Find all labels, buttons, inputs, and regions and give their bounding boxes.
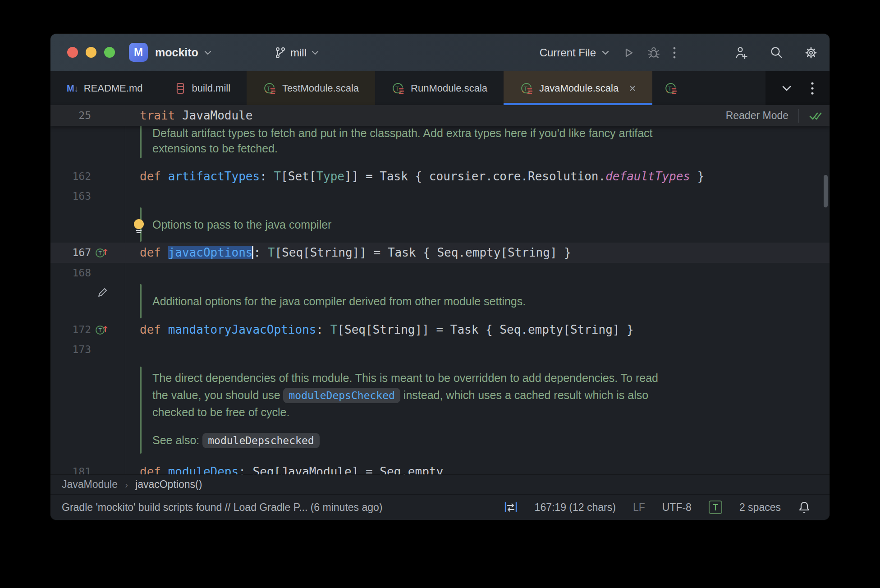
breadcrumb-item[interactable]: javacOptions() (135, 478, 202, 491)
doc-comment-line[interactable]: checked to be free of cycle. (50, 404, 830, 421)
run-button[interactable] (622, 46, 635, 59)
trait-override-gutter-icon[interactable]: T (95, 246, 108, 259)
doc-comment-line[interactable]: The direct dependencies of this module. … (50, 369, 830, 386)
notifications-bell-icon[interactable] (798, 501, 811, 514)
caret-position[interactable]: 167:19 (12 chars) (535, 501, 616, 514)
breadcrumb-item[interactable]: JavaModule (62, 478, 118, 491)
line-number: 163 (50, 186, 91, 207)
code-line-168[interactable]: 168 (50, 263, 830, 283)
scala-trait-file-icon: T (520, 82, 533, 95)
hidden-tabs-chevron-button[interactable] (781, 85, 793, 92)
tab-label: JavaModule.scala (539, 83, 619, 94)
ide-window: M mockito mill Current File M↓REA (50, 34, 830, 520)
doc-comment-line[interactable]: See also: moduleDepschecked (50, 432, 830, 449)
editor-tab-overflow[interactable]: T (652, 71, 678, 105)
line-number: 168 (50, 263, 91, 283)
line-number: 172 (50, 320, 91, 340)
doc-comment-line[interactable]: extensions to be fetched. (50, 140, 830, 157)
run-configuration-selector[interactable]: Current File (540, 46, 610, 59)
inline-code-chip: moduleDepschecked (202, 433, 319, 448)
inline-code-chip: moduleDepsChecked (283, 388, 400, 403)
tab-label: RunModule.scala (411, 83, 487, 94)
vcs-branch-selector[interactable]: mill (275, 34, 319, 71)
code-editor[interactable]: Default artifact types to fetch and put … (50, 126, 830, 474)
doc-comment-line[interactable]: Additional options for the java compiler… (50, 293, 830, 310)
status-message[interactable]: Gradle 'mockito' build scripts found // … (62, 501, 383, 514)
doc-text: Additional options for the java compiler… (152, 293, 526, 310)
code-line-162[interactable]: 162def artifactTypes: T[Set[Type]] = Tas… (50, 166, 830, 187)
editor-scrollbar[interactable] (824, 175, 828, 207)
git-branch-icon (275, 47, 286, 59)
editor-tab-build-mill[interactable]: build.mill (159, 71, 247, 105)
editor-tab-readme-md[interactable]: M↓README.md (50, 71, 159, 105)
svg-text:T: T (395, 85, 399, 92)
svg-text:T: T (668, 85, 672, 92)
encoding-indicator[interactable]: UTF-8 (662, 501, 692, 514)
doc-text: checked to be free of cycle. (152, 404, 289, 421)
svg-text:T: T (98, 327, 101, 334)
inspections-ok-icon[interactable] (809, 110, 822, 121)
line-number: 181 (50, 462, 91, 475)
project-name: mockito (155, 46, 198, 59)
more-actions-button[interactable] (673, 46, 676, 60)
scope-badge[interactable]: T (709, 501, 722, 514)
edit-comment-pencil-icon[interactable] (96, 286, 109, 299)
doc-text: Options to pass to the java compiler (152, 216, 331, 233)
editor-tab-bar: M↓README.mdbuild.millTTestModule.scalaTR… (50, 71, 830, 105)
svg-text:T: T (98, 250, 101, 257)
code-text: def javacOptions: T[Seq[String]] = Task … (140, 243, 571, 263)
code-text: def artifactTypes: T[Set[Type]] = Task {… (140, 166, 704, 187)
code-line-173[interactable]: 173 (50, 340, 830, 360)
editor-tab-testmodule-scala[interactable]: TTestModule.scala (247, 71, 375, 105)
search-everywhere-button[interactable] (769, 46, 784, 60)
editor-tab-javamodule-scala[interactable]: TJavaModule.scala (504, 71, 652, 105)
reader-mode-label[interactable]: Reader Mode (726, 110, 788, 122)
doc-comment-line[interactable]: the value, you should use moduleDepsChec… (50, 386, 830, 404)
chevron-down-icon (601, 50, 610, 55)
code-line-163[interactable]: 163 (50, 186, 830, 207)
tab-label: TestModule.scala (282, 83, 359, 94)
close-window-button[interactable] (67, 47, 78, 58)
doc-text: extensions to be fetched. (152, 140, 278, 157)
sticky-line-number: 25 (50, 105, 91, 126)
indent-indicator[interactable]: 2 spaces (739, 501, 781, 514)
line-separator-indicator[interactable]: LF (633, 501, 645, 514)
code-line-167[interactable]: 167Tdef javacOptions: T[Seq[String]] = T… (50, 243, 830, 263)
scala-trait-file-icon: T (664, 82, 678, 95)
breadcrumb-separator: › (125, 479, 128, 490)
branch-name: mill (290, 46, 307, 59)
project-icon[interactable]: M (129, 43, 148, 62)
run-config-label: Current File (540, 46, 596, 59)
tab-label: build.mill (192, 83, 230, 94)
markdown-file-icon: M↓ (67, 83, 78, 94)
doc-comment-line[interactable]: Default artifact types to fetch and put … (50, 126, 830, 142)
doc-text: The direct dependencies of this module. … (152, 369, 658, 386)
trait-override-gutter-icon[interactable]: T (95, 323, 108, 336)
doc-text: the value, you should use moduleDepsChec… (152, 386, 648, 404)
close-tab-icon[interactable] (629, 85, 636, 92)
project-selector[interactable]: mockito (155, 34, 212, 71)
settings-button[interactable] (804, 46, 818, 60)
zoom-window-button[interactable] (104, 47, 115, 58)
sticky-declaration-line[interactable]: 25 trait JavaModule Reader Mode (50, 105, 830, 126)
code-line-181[interactable]: 181def moduleDeps: Seq[JavaModule] = Seq… (50, 462, 830, 475)
minimize-window-button[interactable] (86, 47, 96, 58)
code-with-me-button[interactable] (734, 46, 749, 60)
editor-tab-runmodule-scala[interactable]: TRunModule.scala (375, 71, 504, 105)
divider (798, 109, 799, 123)
title-bar: M mockito mill Current File (50, 34, 830, 71)
code-vision-toggle-icon[interactable] (504, 501, 518, 514)
code-line-172[interactable]: 172Tdef mandatoryJavacOptions: T[Seq[Str… (50, 320, 830, 340)
doc-comment-line[interactable]: Options to pass to the java compiler (50, 216, 830, 233)
status-bar: Gradle 'mockito' build scripts found // … (50, 494, 830, 520)
chevron-down-icon (311, 50, 319, 55)
tab-options-button[interactable] (811, 81, 814, 96)
debug-button[interactable] (647, 46, 660, 59)
line-number: 167 (50, 243, 91, 263)
scala-trait-file-icon: T (391, 82, 405, 95)
mill-file-icon (175, 82, 186, 95)
line-number: 173 (50, 340, 91, 360)
tab-label: README.md (84, 83, 143, 94)
sticky-code-text: trait JavaModule (140, 105, 252, 126)
intention-lightbulb-icon[interactable] (133, 217, 145, 237)
